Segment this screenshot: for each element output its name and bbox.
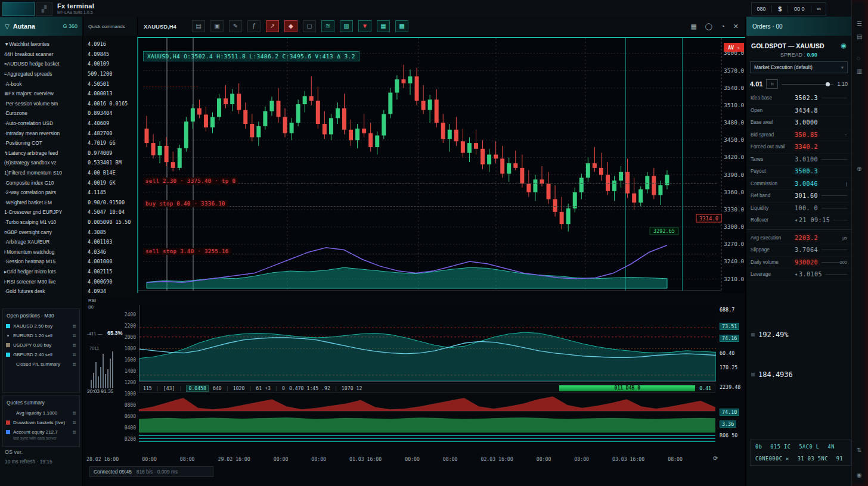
watchlist-item[interactable]: ·2-way correlation pairs [0,188,82,198]
slider-handle[interactable] [826,82,830,86]
position-item[interactable]: XAUUSD 2.50 buy≣ [3,321,79,331]
watchlist-item[interactable]: ↯Latency arbitrage feed [0,148,82,158]
order-field[interactable]: Leverage◂3.0105 [746,269,851,281]
watchlist-item[interactable]: ·Arbitrage XAU/EUR [0,237,82,247]
alert-tool-icon[interactable]: ◆ [284,20,297,32]
watchlist-item[interactable]: ≣FX majors: overview [0,89,82,99]
order-field[interactable]: Liquidity100. 0 [746,202,851,215]
watchlist-item[interactable]: ·Weighted basket EM [0,198,82,208]
minimize-icon[interactable]: ◯ [705,23,712,30]
summary-item[interactable]: Drawdown baskets (live)≣ [3,418,79,427]
watchlist-value-text: 4.09845 [88,51,109,57]
volume-step[interactable]: 1.10 [837,81,848,87]
watchlist-item[interactable]: ·Intraday mean reversion [0,128,82,138]
position-item[interactable]: USDJPY 0.80 buy≣ [3,340,79,350]
order-field[interactable]: Taxes3.0100 [746,154,851,166]
volume-slider[interactable] [782,84,833,85]
side-tool-icon[interactable]: ☰ [857,20,862,27]
order-field[interactable]: Payout3500.3 [746,166,851,178]
chart-tool-icon[interactable]: ▤ [192,20,205,32]
chart-tool-icon[interactable]: ≋ [321,20,334,32]
watchlist-item[interactable]: ·Turbo scalping M1 v10 [0,217,82,228]
lot-calculator-icon[interactable]: ⌗ [766,79,778,89]
order-field[interactable]: Forced out avail3340.2 [746,141,851,154]
order-field[interactable]: Bid spread350.85~ [746,129,851,142]
position-marker [6,353,10,357]
watchlist-item[interactable]: ▼Watchlist favorites [0,39,82,49]
tile-windows-icon[interactable]: ▦ [690,23,696,30]
volume-value[interactable]: 4.01 [750,80,762,88]
restore-icon[interactable]: ◔ [721,23,725,30]
order-field[interactable]: Slippage3.7064 [746,244,851,257]
chart-tool-icon[interactable]: ƒ [247,20,261,32]
row-menu-icon[interactable]: ≣ [72,323,76,329]
chart-tab-label[interactable]: XAUUSD,H4 [144,23,176,30]
order-field[interactable]: Avg execution2203.2µs [746,232,851,245]
watchlist-item[interactable]: ·Auto-correlation USD [0,119,82,129]
chart-tool-icon[interactable]: ▩ [395,20,408,32]
watchlist-item[interactable]: ·Positioning COT [0,138,82,148]
watchlist-item[interactable]: 44H breakout scanner [0,49,82,60]
row-menu-icon[interactable]: ≣ [72,429,76,435]
chart-tool-icon[interactable]: ▢ [303,20,316,32]
row-menu-icon[interactable]: ≣ [72,352,76,357]
watchlist-item[interactable]: ≡Aggregated spreads [0,69,82,79]
side-tool-icon[interactable]: ▥ [857,68,862,74]
field-collapse-icon[interactable]: ◂ [795,217,797,223]
watchlist-item[interactable]: 1)Filtered momentum S10 [0,168,82,178]
symbol-info-icon[interactable]: ◉ [841,42,847,49]
watchlist-item[interactable]: ·Eurozone [0,108,82,119]
order-fields: Idea base3502.3Open3434.8Base avail3.000… [746,92,851,281]
titlebar-separator [771,5,772,13]
secondary-thumbnail[interactable]: ▞ [36,2,52,16]
position-item[interactable]: EURUSD 1.20 sell≣ [3,331,79,340]
order-panel-header[interactable]: Orders · 00 [745,17,851,36]
watchlist-item[interactable]: ·Gold futures desk [0,286,82,297]
sidebar-header[interactable]: ▽ Autana G 360 [0,17,82,36]
watchlist-item[interactable]: ≈AUDUSD hedge basket [0,59,82,69]
chart-tool-icon[interactable]: ▣ [210,20,224,32]
chart-thumbnail[interactable] [2,2,35,16]
main-chart-panel[interactable]: 3600.03570.03540.03510.03480.03450.03420… [137,37,745,293]
values-column-header[interactable]: Quick commands [83,17,137,36]
row-menu-icon[interactable]: ≣ [72,410,76,416]
close-icon[interactable]: ✕ [733,23,739,30]
watchlist-item[interactable]: ·A-book [0,79,82,89]
watchlist-item[interactable]: ·Composite index G10 [0,177,82,188]
row-menu-icon[interactable]: ≣ [72,362,76,367]
watchlist-item[interactable]: ·Session heatmap M15 [0,257,82,267]
order-field[interactable]: Open3434.8 [746,105,851,117]
watchlist-item[interactable]: (B)Strategy sandbox v2 [0,158,82,168]
order-field[interactable]: Idea base3502.3 [746,92,851,105]
order-field[interactable]: Daily volume930020000 [746,257,851,269]
order-field[interactable]: Commission3.0046| [746,178,851,191]
position-item[interactable]: GBPUSD 2.40 sell≣ [3,350,79,360]
side-tool-icon[interactable]: ⇅ [857,447,861,453]
watchlist-item[interactable]: ·Per-session volume 5m [0,99,82,109]
watchlist-item[interactable]: ▸Grid hedger micro lots [0,267,82,277]
side-tool-icon[interactable]: ▤ [857,33,862,40]
position-item[interactable]: Closed P/L summary≣ [3,360,79,369]
watchlist-item[interactable]: ⊦Momentum watchdog [0,247,82,257]
alert-tool-icon[interactable]: ▼ [358,20,371,32]
watchlist-item[interactable]: ¤GBP overnight carry [0,227,82,237]
row-menu-icon[interactable]: ≣ [72,333,76,338]
refresh-icon[interactable]: ⟳ [713,455,718,462]
row-menu-icon[interactable]: ≣ [72,342,76,348]
execution-type-dropdown[interactable]: Market Execution (default) ▾ [750,61,848,73]
side-tool-icon[interactable]: ⊕ [857,166,861,172]
order-field[interactable]: Ref band301.60 [746,190,851,202]
order-field[interactable]: Base avail3.0000 [746,117,851,129]
chart-tool-icon[interactable]: ▦ [377,20,390,32]
row-menu-icon[interactable]: ≣ [72,420,76,425]
chart-tool-icon[interactable]: ▥ [340,20,353,32]
side-tool-icon[interactable]: ◌ [857,55,860,61]
field-collapse-icon[interactable]: ◂ [795,272,797,277]
chart-tool-icon[interactable]: ✎ [229,20,242,32]
watchlist-item[interactable]: 1·Crossover grid EURJPY [0,207,82,217]
order-field[interactable]: Rollover◂21 09:15 [746,214,851,227]
summary-item[interactable]: Avg liquidity 1.1000≣ [3,408,79,418]
side-tool-icon[interactable]: ◉ [857,472,862,478]
alert-tool-icon[interactable]: ↗ [266,20,279,32]
watchlist-item[interactable]: ⊦RSI screener M30 live [0,276,82,286]
